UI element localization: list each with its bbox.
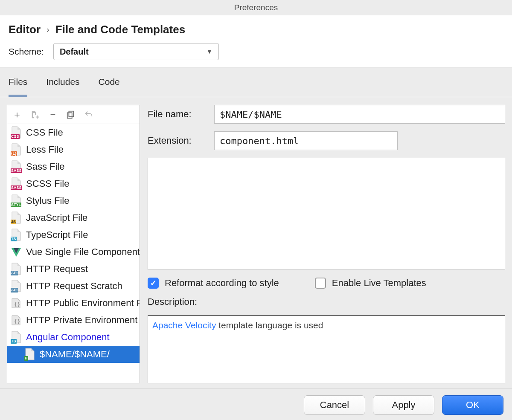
- template-item[interactable]: CSSCSS File: [7, 124, 140, 141]
- reformat-label: Reformat according to style: [165, 278, 279, 289]
- description-text: template language is used: [216, 320, 323, 330]
- env-file-icon: {}: [11, 298, 22, 309]
- svg-text:{}: {}: [14, 319, 20, 324]
- tab-code[interactable]: Code: [99, 77, 120, 97]
- apply-button[interactable]: Apply: [373, 395, 434, 415]
- file-name-input[interactable]: $NAME/$NAME: [214, 105, 505, 124]
- chevron-down-icon: ▼: [207, 48, 212, 55]
- window-title: Preferences: [0, 0, 512, 15]
- apache-velocity-link[interactable]: Apache Velocity: [152, 320, 216, 330]
- extension-input[interactable]: component.html: [214, 131, 398, 150]
- template-item-label: Stylus File: [26, 195, 69, 206]
- tabs: FilesIncludesCode: [0, 67, 512, 97]
- file-icon: TS: [11, 331, 22, 344]
- undo-icon[interactable]: [84, 110, 93, 119]
- checkbox-icon: [315, 278, 326, 289]
- template-item-label: TypeScript File: [26, 229, 88, 240]
- svg-rect-0: [69, 111, 73, 116]
- ok-button[interactable]: OK: [442, 395, 503, 415]
- description-box: Apache Velocity template language is use…: [148, 315, 505, 383]
- template-item[interactable]: {}HTTP Public Environment File: [7, 295, 140, 312]
- file-icon: JS: [11, 211, 22, 224]
- file-icon: TS: [11, 229, 22, 241]
- template-item-label: Sass File: [26, 161, 64, 172]
- description-label: Description:: [148, 296, 505, 307]
- template-item[interactable]: SASSSCSS File: [7, 175, 140, 192]
- template-item[interactable]: JSJavaScript File: [7, 209, 140, 226]
- scheme-label: Scheme:: [9, 46, 44, 57]
- add-icon[interactable]: ＋: [12, 110, 22, 119]
- file-icon: STYL: [11, 194, 22, 207]
- template-toolbar: ＋ −: [7, 105, 140, 124]
- live-templates-label: Enable Live Templates: [332, 278, 426, 289]
- breadcrumb: Editor › File and Code Templates: [9, 15, 503, 43]
- tab-includes[interactable]: Includes: [46, 77, 79, 97]
- template-item[interactable]: STYLStylus File: [7, 192, 140, 209]
- dialog-footer: Cancel Apply OK: [0, 388, 512, 420]
- template-item-label: SCSS File: [26, 178, 69, 189]
- template-item-label: Vue Single File Component: [26, 246, 140, 258]
- template-item[interactable]: {L}Less File: [7, 141, 140, 158]
- template-item[interactable]: APIHTTP Request: [7, 261, 140, 278]
- template-item-label: Angular Component: [26, 332, 110, 343]
- file-icon: SASS: [11, 177, 22, 190]
- chevron-right-icon: ›: [47, 25, 49, 35]
- svg-rect-1: [67, 113, 72, 118]
- template-item-label: CSS File: [26, 127, 63, 138]
- template-item[interactable]: Vue Single File Component: [7, 243, 140, 261]
- scheme-value: Default: [60, 47, 89, 57]
- remove-icon[interactable]: −: [48, 110, 58, 119]
- template-item-label: Less File: [26, 144, 64, 155]
- template-item[interactable]: TSTypeScript File: [7, 226, 140, 243]
- tab-files[interactable]: Files: [9, 77, 27, 97]
- template-item-label: HTTP Private Environment File: [26, 315, 140, 326]
- template-item-label: JavaScript File: [26, 212, 87, 223]
- file-icon: {L}: [11, 143, 22, 156]
- checkbox-icon: ✓: [148, 278, 159, 289]
- template-item[interactable]: {}HTTP Private Environment File: [7, 312, 140, 329]
- env-file-icon: {}: [11, 315, 22, 326]
- template-item[interactable]: SASSSass File: [7, 158, 140, 175]
- file-icon: H: [24, 348, 35, 361]
- breadcrumb-templates: File and Code Templates: [55, 23, 185, 36]
- template-item[interactable]: APIHTTP Request Scratch: [7, 278, 140, 295]
- breadcrumb-editor[interactable]: Editor: [9, 23, 41, 36]
- scheme-select[interactable]: Default ▼: [53, 43, 219, 60]
- template-item-label: HTTP Request Scratch: [26, 281, 122, 292]
- add-child-icon[interactable]: [30, 110, 40, 119]
- file-icon: CSS: [11, 126, 22, 139]
- template-item[interactable]: TSAngular Component: [7, 329, 140, 346]
- template-child-item[interactable]: H$NAME/$NAME/: [7, 346, 140, 363]
- live-templates-checkbox[interactable]: Enable Live Templates: [315, 278, 426, 289]
- template-code-editor[interactable]: [148, 158, 505, 270]
- file-icon: API: [11, 263, 22, 275]
- template-item-label: $NAME/$NAME/: [40, 349, 110, 360]
- cancel-button[interactable]: Cancel: [304, 395, 365, 415]
- file-name-label: File name:: [148, 109, 207, 120]
- reformat-checkbox[interactable]: ✓ Reformat according to style: [148, 278, 279, 289]
- extension-label: Extension:: [148, 135, 207, 146]
- template-tree[interactable]: CSSCSS File{L}Less FileSASSSass FileSASS…: [7, 124, 140, 383]
- vue-icon: [11, 246, 22, 258]
- copy-icon[interactable]: [66, 110, 76, 119]
- svg-text:{}: {}: [14, 301, 20, 307]
- file-icon: SASS: [11, 160, 22, 173]
- file-icon: API: [11, 280, 22, 293]
- template-item-label: HTTP Public Environment File: [26, 298, 140, 309]
- template-item-label: HTTP Request: [26, 264, 88, 275]
